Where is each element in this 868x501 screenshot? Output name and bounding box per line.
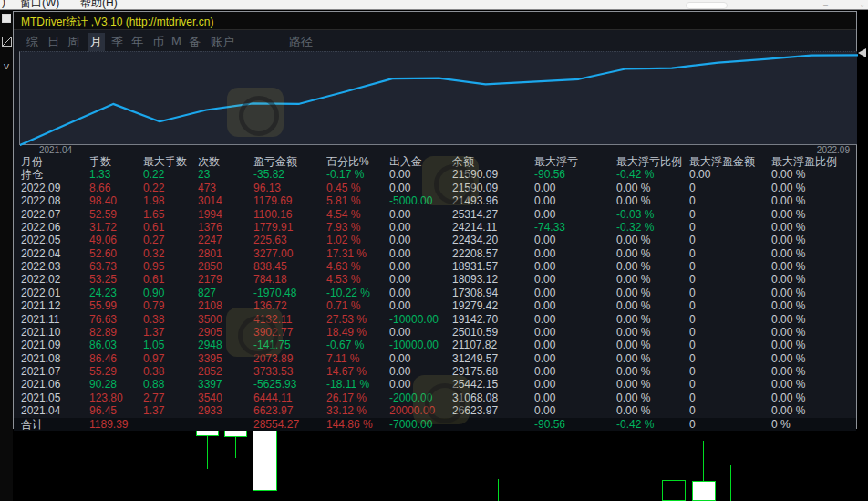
table-total-row[interactable]: 合计1189.3928554.27144.86 %-7000.00-90.56-… [14,418,856,431]
menu-item-help[interactable]: 帮助(H) [80,0,118,10]
table-cell: 2.77 [143,391,198,404]
table-row[interactable]: 2022.0752.591.6519941100.164.54 %0.00253… [14,208,856,221]
table-cell: 31068.08 [452,391,534,404]
toolbar-item-9[interactable]: 备 [186,33,203,51]
toolbar-item-8[interactable]: M [169,33,184,48]
table-cell: 31249.57 [452,352,534,365]
table-cell: -0.32 % [616,221,689,234]
table-cell: 0.00 % [771,208,856,221]
table-cell: 5.81 % [326,194,389,207]
table-cell: 0.00 [389,365,452,378]
table-row[interactable]: 2021.0886.460.9733952073.897.11 %0.00312… [14,352,856,365]
table-row[interactable]: 2021.0986.031.052948-141.75-0.67 %-10000… [14,339,856,351]
table-cell: 持仓 [21,168,89,181]
table-row[interactable]: 2021.0690.280.883397-5625.93-18.11 %0.00… [14,378,856,391]
window-title-bar[interactable]: MTDriver统计 ,V3.10 (http://mtdriver.cn) [14,12,856,30]
table-cell: 0 [689,378,771,391]
table-cell: 2022.06 [21,221,89,234]
table-row[interactable]: 持仓1.330.2223-35.82-0.17 %0.0021590.09-90… [14,168,856,181]
table-cell: 136.72 [253,299,326,312]
table-cell: 86.46 [89,352,143,365]
table-cell: 0.00 % [616,313,689,326]
toolbar-item-10[interactable]: 账户 [208,33,237,51]
table-cell: 21107.82 [452,339,534,351]
table-cell: 0.00 [534,194,616,207]
table-cell: 144.86 % [326,418,389,431]
table-cell: 0.00 % [771,365,856,378]
table-cell: -5625.93 [253,378,326,391]
table-row[interactable]: 2022.0253.250.612179784.184.53 %0.001809… [14,273,856,286]
column-header: 最大浮盈比例 [771,155,856,168]
table-cell: 20000.00 [389,404,452,417]
table-cell: 0.00 [389,168,452,181]
table-cell: 0.00 [389,247,452,260]
table-cell [198,418,253,431]
table-row[interactable]: 2021.1082.891.3729053902.7718.49 %0.0025… [14,326,856,339]
table-row[interactable]: 2022.0363.730.952850838.454.63 %0.001893… [14,260,856,273]
toolbar-item-1[interactable]: 综 [24,33,41,51]
table-cell: 25010.59 [452,326,534,339]
window-control-icon[interactable]: ▫ [861,1,863,10]
table-cell: 1.37 [143,326,198,339]
table-cell: 2022.04 [21,247,89,260]
table-cell: 0.45 % [326,182,389,194]
table-row[interactable]: 2022.098.660.2247396.130.45 %0.0021590.0… [14,182,856,194]
table-cell: 22434.20 [452,234,534,246]
table-cell [452,418,534,431]
table-cell: 123.80 [89,391,143,404]
column-header: 最大手数 [143,155,198,168]
table-cell: -0.42 % [616,168,689,181]
table-row[interactable]: 2021.1255.990.792108136.720.71 %0.001927… [14,299,856,312]
table-row[interactable]: 2022.0452.600.3228013277.0017.31 %0.0022… [14,247,856,260]
table-cell: 26.17 % [326,391,389,404]
table-cell: -74.33 [534,221,616,234]
toolbar-item-5[interactable]: 季 [108,33,126,51]
table-cell: 0.00 % [616,247,689,260]
table-cell: 26623.97 [452,404,534,417]
table-cell: 225.63 [253,234,326,246]
table-cell: 2933 [198,404,253,417]
table-row[interactable]: 2022.0549.060.272247225.631.02 %0.002243… [14,234,856,246]
image-frame-icon[interactable] [1,36,12,48]
table-cell: -90.56 [534,418,616,431]
table-cell: 18931.57 [452,260,534,273]
v-tool-icon[interactable]: V [1,60,12,73]
toolbar-item-7[interactable]: 币 [150,33,167,51]
table-cell: -7000.00 [389,418,452,431]
candlestick [207,436,208,469]
toolbar-item-6[interactable]: 年 [129,33,146,51]
toolbar-item-4[interactable]: 月 [88,33,105,51]
candlestick [692,481,716,501]
menu-item-window[interactable]: 窗口(W) [20,0,59,10]
table-row[interactable]: 2021.0496.451.3729336623.9733.12 %20000.… [14,404,856,417]
column-header: 余额 [452,155,534,168]
table-cell: 0.00 % [771,352,856,365]
table-cell: 0.00 % [771,313,856,326]
table-cell: -0.03 % [616,208,689,221]
scroll-left-arrow-icon[interactable] [858,48,866,57]
table-row[interactable]: 2022.0898.401.9830141179.695.81 %-5000.0… [14,194,856,207]
table-cell: 2022.02 [21,273,89,286]
table-cell: 3540 [198,391,253,404]
table-cell: 0.90 [143,287,198,299]
table-row[interactable]: 2022.0124.230.90827-1970.48-10.22 %0.001… [14,287,856,299]
table-row[interactable]: 2021.1176.630.3835004132.1127.53 %-10000… [14,313,856,326]
table-row[interactable]: 2021.0755.290.3828523733.5314.67 %0.0029… [14,365,856,378]
minimize-icon[interactable]: – [823,1,828,10]
table-cell: 55.29 [89,365,143,378]
equity-line [20,55,858,145]
table-cell: 0 [689,352,771,365]
toolbar-item-2[interactable]: 日 [45,33,62,51]
table-cell: 0 [689,182,771,194]
table-row[interactable]: 2021.05123.802.7735406444.1126.17 %-2000… [14,391,856,404]
table-cell: 2021.12 [21,299,89,312]
toolbar-item-11[interactable]: 路径 [286,33,315,51]
toolbar-item-3[interactable]: 周 [65,33,82,51]
table-row[interactable]: 2022.0631.720.6113761779.917.93 %0.00242… [14,221,856,234]
column-header: 手数 [89,155,143,168]
table-cell: 63.73 [89,260,143,273]
document-icon[interactable] [1,13,12,26]
table-cell: 98.40 [89,194,143,207]
table-cell: 1.33 [89,168,143,181]
table-cell: 0.38 [143,365,198,378]
